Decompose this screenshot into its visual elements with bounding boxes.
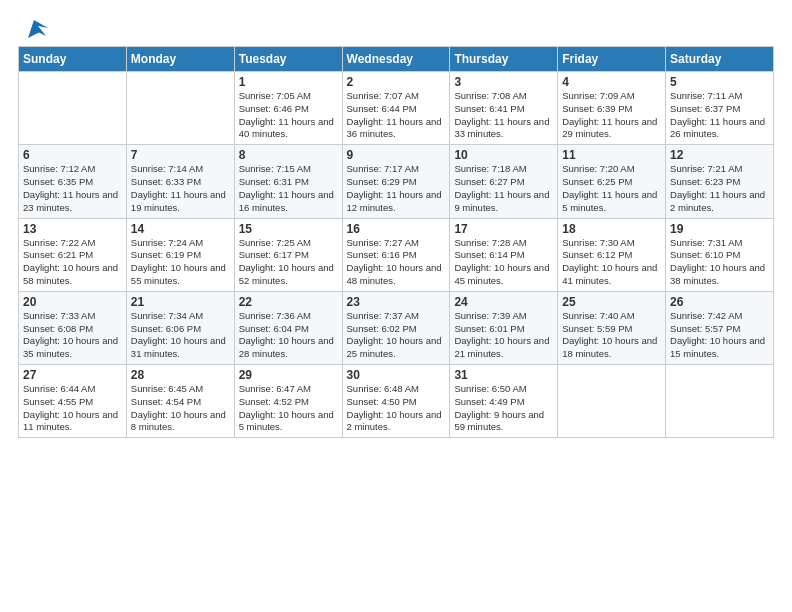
page: SundayMondayTuesdayWednesdayThursdayFrid… (0, 0, 792, 612)
col-header-sunday: Sunday (19, 47, 127, 72)
calendar-cell: 6Sunrise: 7:12 AMSunset: 6:35 PMDaylight… (19, 145, 127, 218)
day-info: Sunrise: 6:44 AMSunset: 4:55 PMDaylight:… (23, 383, 122, 434)
calendar-cell: 22Sunrise: 7:36 AMSunset: 6:04 PMDayligh… (234, 291, 342, 364)
calendar-cell: 31Sunrise: 6:50 AMSunset: 4:49 PMDayligh… (450, 365, 558, 438)
day-number: 26 (670, 295, 769, 309)
calendar-cell: 7Sunrise: 7:14 AMSunset: 6:33 PMDaylight… (126, 145, 234, 218)
calendar-cell: 28Sunrise: 6:45 AMSunset: 4:54 PMDayligh… (126, 365, 234, 438)
col-header-saturday: Saturday (666, 47, 774, 72)
day-number: 14 (131, 222, 230, 236)
calendar-cell: 11Sunrise: 7:20 AMSunset: 6:25 PMDayligh… (558, 145, 666, 218)
day-info: Sunrise: 7:18 AMSunset: 6:27 PMDaylight:… (454, 163, 553, 214)
day-number: 5 (670, 75, 769, 89)
logo (18, 18, 48, 40)
day-info: Sunrise: 7:30 AMSunset: 6:12 PMDaylight:… (562, 237, 661, 288)
logo-area (18, 18, 48, 38)
day-info: Sunrise: 7:31 AMSunset: 6:10 PMDaylight:… (670, 237, 769, 288)
day-info: Sunrise: 7:17 AMSunset: 6:29 PMDaylight:… (347, 163, 446, 214)
day-info: Sunrise: 7:14 AMSunset: 6:33 PMDaylight:… (131, 163, 230, 214)
calendar-cell: 2Sunrise: 7:07 AMSunset: 6:44 PMDaylight… (342, 72, 450, 145)
day-number: 30 (347, 368, 446, 382)
day-number: 28 (131, 368, 230, 382)
calendar-header-row: SundayMondayTuesdayWednesdayThursdayFrid… (19, 47, 774, 72)
calendar-cell: 16Sunrise: 7:27 AMSunset: 6:16 PMDayligh… (342, 218, 450, 291)
day-number: 9 (347, 148, 446, 162)
day-info: Sunrise: 6:47 AMSunset: 4:52 PMDaylight:… (239, 383, 338, 434)
day-info: Sunrise: 7:08 AMSunset: 6:41 PMDaylight:… (454, 90, 553, 141)
day-number: 11 (562, 148, 661, 162)
week-row-5: 27Sunrise: 6:44 AMSunset: 4:55 PMDayligh… (19, 365, 774, 438)
calendar-cell (666, 365, 774, 438)
day-info: Sunrise: 7:24 AMSunset: 6:19 PMDaylight:… (131, 237, 230, 288)
day-number: 20 (23, 295, 122, 309)
day-number: 7 (131, 148, 230, 162)
week-row-1: 1Sunrise: 7:05 AMSunset: 6:46 PMDaylight… (19, 72, 774, 145)
col-header-thursday: Thursday (450, 47, 558, 72)
header (18, 18, 774, 38)
calendar-cell: 8Sunrise: 7:15 AMSunset: 6:31 PMDaylight… (234, 145, 342, 218)
day-number: 22 (239, 295, 338, 309)
day-number: 3 (454, 75, 553, 89)
day-info: Sunrise: 7:36 AMSunset: 6:04 PMDaylight:… (239, 310, 338, 361)
day-number: 8 (239, 148, 338, 162)
calendar-cell: 26Sunrise: 7:42 AMSunset: 5:57 PMDayligh… (666, 291, 774, 364)
day-info: Sunrise: 7:39 AMSunset: 6:01 PMDaylight:… (454, 310, 553, 361)
day-info: Sunrise: 7:22 AMSunset: 6:21 PMDaylight:… (23, 237, 122, 288)
day-info: Sunrise: 7:33 AMSunset: 6:08 PMDaylight:… (23, 310, 122, 361)
calendar-cell: 17Sunrise: 7:28 AMSunset: 6:14 PMDayligh… (450, 218, 558, 291)
day-number: 27 (23, 368, 122, 382)
calendar-cell: 13Sunrise: 7:22 AMSunset: 6:21 PMDayligh… (19, 218, 127, 291)
calendar-cell: 29Sunrise: 6:47 AMSunset: 4:52 PMDayligh… (234, 365, 342, 438)
day-info: Sunrise: 6:48 AMSunset: 4:50 PMDaylight:… (347, 383, 446, 434)
col-header-wednesday: Wednesday (342, 47, 450, 72)
day-info: Sunrise: 7:40 AMSunset: 5:59 PMDaylight:… (562, 310, 661, 361)
day-number: 29 (239, 368, 338, 382)
day-info: Sunrise: 7:11 AMSunset: 6:37 PMDaylight:… (670, 90, 769, 141)
day-number: 13 (23, 222, 122, 236)
calendar-cell: 9Sunrise: 7:17 AMSunset: 6:29 PMDaylight… (342, 145, 450, 218)
day-info: Sunrise: 7:12 AMSunset: 6:35 PMDaylight:… (23, 163, 122, 214)
calendar-cell: 4Sunrise: 7:09 AMSunset: 6:39 PMDaylight… (558, 72, 666, 145)
svg-marker-0 (28, 20, 48, 38)
day-number: 18 (562, 222, 661, 236)
day-number: 2 (347, 75, 446, 89)
day-info: Sunrise: 7:28 AMSunset: 6:14 PMDaylight:… (454, 237, 553, 288)
calendar-cell: 20Sunrise: 7:33 AMSunset: 6:08 PMDayligh… (19, 291, 127, 364)
calendar-cell: 1Sunrise: 7:05 AMSunset: 6:46 PMDaylight… (234, 72, 342, 145)
col-header-friday: Friday (558, 47, 666, 72)
calendar-cell: 25Sunrise: 7:40 AMSunset: 5:59 PMDayligh… (558, 291, 666, 364)
day-number: 25 (562, 295, 661, 309)
calendar-cell: 3Sunrise: 7:08 AMSunset: 6:41 PMDaylight… (450, 72, 558, 145)
day-info: Sunrise: 7:20 AMSunset: 6:25 PMDaylight:… (562, 163, 661, 214)
day-info: Sunrise: 7:09 AMSunset: 6:39 PMDaylight:… (562, 90, 661, 141)
day-info: Sunrise: 7:34 AMSunset: 6:06 PMDaylight:… (131, 310, 230, 361)
day-number: 19 (670, 222, 769, 236)
calendar-cell: 15Sunrise: 7:25 AMSunset: 6:17 PMDayligh… (234, 218, 342, 291)
col-header-tuesday: Tuesday (234, 47, 342, 72)
day-number: 10 (454, 148, 553, 162)
day-info: Sunrise: 7:25 AMSunset: 6:17 PMDaylight:… (239, 237, 338, 288)
calendar-cell (558, 365, 666, 438)
week-row-3: 13Sunrise: 7:22 AMSunset: 6:21 PMDayligh… (19, 218, 774, 291)
calendar-cell (126, 72, 234, 145)
week-row-2: 6Sunrise: 7:12 AMSunset: 6:35 PMDaylight… (19, 145, 774, 218)
day-info: Sunrise: 6:45 AMSunset: 4:54 PMDaylight:… (131, 383, 230, 434)
day-info: Sunrise: 7:37 AMSunset: 6:02 PMDaylight:… (347, 310, 446, 361)
col-header-monday: Monday (126, 47, 234, 72)
day-number: 4 (562, 75, 661, 89)
logo-bird-icon (20, 18, 48, 40)
day-number: 17 (454, 222, 553, 236)
day-info: Sunrise: 7:27 AMSunset: 6:16 PMDaylight:… (347, 237, 446, 288)
day-info: Sunrise: 7:07 AMSunset: 6:44 PMDaylight:… (347, 90, 446, 141)
day-info: Sunrise: 6:50 AMSunset: 4:49 PMDaylight:… (454, 383, 553, 434)
calendar-cell: 5Sunrise: 7:11 AMSunset: 6:37 PMDaylight… (666, 72, 774, 145)
day-number: 23 (347, 295, 446, 309)
calendar-cell: 14Sunrise: 7:24 AMSunset: 6:19 PMDayligh… (126, 218, 234, 291)
week-row-4: 20Sunrise: 7:33 AMSunset: 6:08 PMDayligh… (19, 291, 774, 364)
day-number: 16 (347, 222, 446, 236)
calendar-cell (19, 72, 127, 145)
day-number: 12 (670, 148, 769, 162)
day-info: Sunrise: 7:42 AMSunset: 5:57 PMDaylight:… (670, 310, 769, 361)
day-info: Sunrise: 7:15 AMSunset: 6:31 PMDaylight:… (239, 163, 338, 214)
day-number: 6 (23, 148, 122, 162)
